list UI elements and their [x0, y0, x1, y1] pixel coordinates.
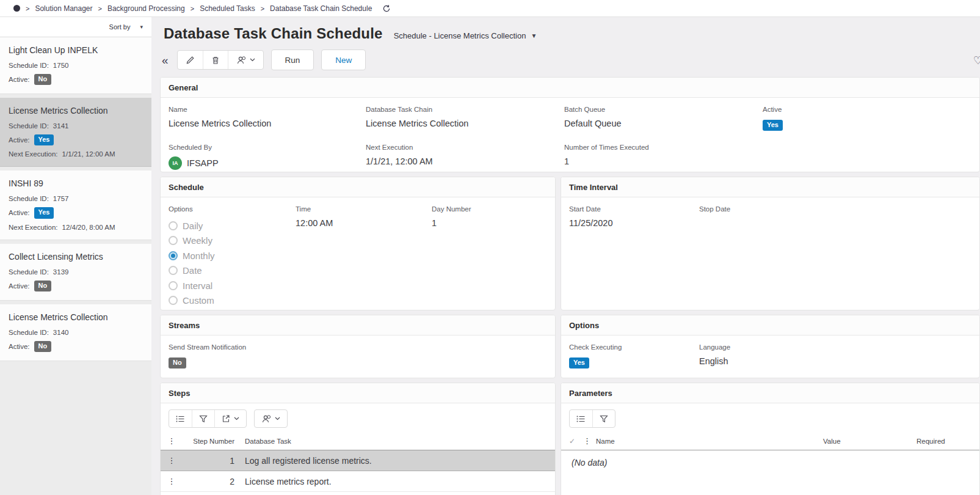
list-item[interactable]: License Metrics Collection Schedule ID:3…: [0, 304, 151, 361]
radio-interval[interactable]: Interval: [169, 278, 296, 293]
list-item-title: License Metrics Collection: [9, 312, 143, 322]
list-item-title: INSHI 89: [9, 178, 143, 188]
next-execution-value: 12/4/20, 8:00 AM: [62, 224, 115, 231]
status-badge: Yes: [763, 120, 783, 131]
field-name: Name License Metrics Collection: [169, 106, 366, 131]
trash-icon: [211, 56, 220, 65]
field-time: Time 12:00 AM: [296, 205, 432, 308]
radio-icon: [169, 281, 178, 290]
radio-weekly[interactable]: Weekly: [169, 233, 296, 249]
column-header-value[interactable]: Value: [823, 438, 916, 445]
radio-icon: [169, 221, 178, 230]
chevron-down-icon: [234, 417, 239, 420]
list-icon: [576, 415, 586, 423]
main-content: Database Task Chain Schedule Schedule - …: [151, 17, 980, 495]
field-stop-date: Stop Date: [699, 205, 971, 302]
radio-monthly[interactable]: Monthly: [169, 248, 296, 263]
radio-custom[interactable]: Custom: [169, 293, 296, 309]
list-item[interactable]: Light Clean Up INPELK Schedule ID:1750 A…: [0, 37, 151, 94]
kebab-menu-icon[interactable]: ⋮: [161, 456, 183, 465]
field-batch-queue: Batch Queue Default Queue: [564, 106, 763, 131]
column-header-database-task[interactable]: Database Task: [238, 438, 555, 445]
schedule-id-label: Schedule ID:: [9, 329, 49, 336]
schedule-id-value: 1750: [53, 62, 69, 69]
chevron-down-icon: [275, 417, 280, 420]
filter-button[interactable]: [592, 410, 615, 427]
status-badge: Yes: [34, 207, 54, 218]
field-active: Active Yes: [763, 106, 971, 131]
page-title: Database Task Chain Schedule: [164, 25, 383, 42]
refresh-icon[interactable]: [382, 4, 391, 13]
assignee-menu-button[interactable]: [228, 51, 263, 69]
column-header-required[interactable]: Required: [916, 438, 979, 445]
record-selector-dropdown[interactable]: Schedule - License Metrics Collection ▼: [394, 31, 537, 40]
parameters-table-header: ✓ ⋮ Name Value Required: [561, 433, 979, 450]
steps-card: Steps: [160, 383, 556, 495]
run-button[interactable]: Run: [271, 50, 314, 70]
next-execution-label: Next Execution:: [9, 150, 58, 158]
sidebar-sort-header: Sort by ▾: [0, 17, 151, 37]
options-card-title: Options: [561, 315, 979, 336]
edit-button[interactable]: [178, 51, 203, 69]
general-card: General Name License Metrics Collection …: [160, 77, 980, 172]
field-next-execution: Next Execution 1/1/21, 12:00 AM: [366, 144, 564, 170]
general-card-title: General: [161, 78, 979, 98]
table-row-selected[interactable]: ⋮ 1 Log all registered license metrics.: [161, 450, 555, 471]
list-item-title: Light Clean Up INPELK: [9, 45, 143, 55]
list-view-button[interactable]: [169, 410, 192, 427]
breadcrumb-item-solution-manager[interactable]: Solution Manager: [35, 4, 92, 13]
schedule-id-value: 3140: [53, 329, 69, 336]
list-item[interactable]: INSHI 89 Schedule ID:1757 Active:Yes Nex…: [0, 170, 151, 240]
breadcrumb-separator: >: [191, 5, 194, 12]
radio-date[interactable]: Date: [169, 263, 296, 279]
kebab-menu-icon[interactable]: ⋮: [583, 436, 596, 446]
breadcrumb-separator: >: [26, 5, 29, 12]
home-icon[interactable]: [13, 5, 20, 12]
database-task-cell: License metrics report.: [238, 477, 555, 486]
kebab-menu-icon[interactable]: ⋮: [161, 477, 183, 486]
record-selector-label: Schedule - License Metrics Collection: [394, 31, 526, 40]
status-badge: No: [169, 358, 186, 369]
time-interval-card: Time Interval Start Date 11/25/2020 Stop…: [561, 177, 980, 310]
chevron-down-icon: [250, 58, 255, 62]
check-icon[interactable]: ✓: [561, 437, 583, 446]
breadcrumb-item-current-page[interactable]: Database Task Chain Schedule: [270, 4, 372, 13]
database-task-cell: Log all registered license metrics.: [238, 456, 555, 466]
list-item-title: License Metrics Collection: [9, 106, 143, 116]
collapse-sidebar-icon[interactable]: «: [161, 54, 170, 66]
filter-icon: [600, 415, 608, 423]
table-row[interactable]: ⋮ 2 License metrics report.: [161, 471, 555, 492]
assignee-menu-button[interactable]: [255, 410, 287, 427]
streams-card: Streams Send Stream Notification No: [160, 315, 556, 378]
filter-button[interactable]: [192, 410, 214, 427]
list-item-selected[interactable]: License Metrics Collection Schedule ID:3…: [0, 98, 151, 167]
command-toolbar: « Run New: [161, 50, 980, 70]
schedule-card: Schedule Options Daily Weekly Monthly Da…: [160, 177, 556, 310]
status-badge: Yes: [569, 358, 589, 369]
kebab-menu-icon[interactable]: ⋮: [161, 436, 183, 446]
pencil-icon: [186, 56, 195, 65]
column-header-name[interactable]: Name: [596, 438, 823, 445]
export-menu-button[interactable]: [214, 410, 246, 427]
radio-icon: [169, 296, 178, 305]
steps-card-title: Steps: [161, 383, 555, 403]
new-button[interactable]: New: [321, 50, 366, 70]
active-label: Active:: [9, 209, 30, 216]
active-label: Active:: [9, 76, 30, 83]
sort-by-button[interactable]: Sort by: [109, 23, 131, 31]
status-badge: Yes: [34, 134, 54, 145]
list-view-button[interactable]: [570, 410, 592, 427]
list-item[interactable]: Collect Licensing Metrics Schedule ID:31…: [0, 244, 151, 301]
step-number-cell: 1: [183, 456, 238, 466]
active-label: Active:: [9, 343, 30, 350]
column-header-step-number[interactable]: Step Number: [183, 438, 238, 445]
breadcrumb-item-scheduled-tasks[interactable]: Scheduled Tasks: [200, 4, 255, 13]
favorite-heart-icon[interactable]: ♡: [973, 54, 980, 67]
delete-button[interactable]: [203, 51, 228, 69]
radio-selected-icon: [169, 251, 178, 260]
chevron-down-icon[interactable]: ▾: [140, 24, 143, 30]
steps-table-header: ⋮ Step Number Database Task: [161, 433, 555, 450]
breadcrumb-item-background-processing[interactable]: Background Processing: [107, 4, 185, 13]
radio-daily[interactable]: Daily: [169, 218, 296, 233]
radio-icon: [169, 266, 178, 275]
